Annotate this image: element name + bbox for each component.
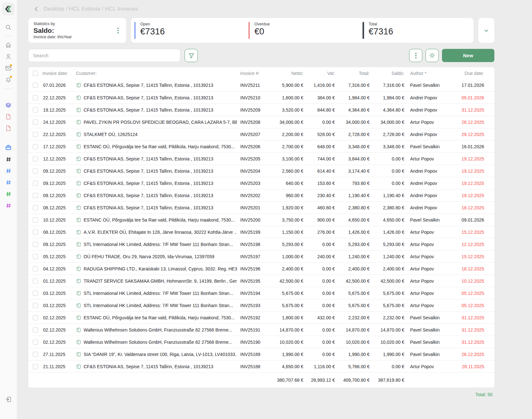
new-button[interactable]: New [442, 49, 494, 62]
row-checkbox[interactable] [33, 205, 38, 210]
table-row[interactable]: 02.12.2025 Wallenius Wilhelmsen Solution… [28, 336, 494, 348]
table-row[interactable]: 09.12.2025 CF&S ESTONIA AS, Sepise 7, 11… [28, 165, 494, 177]
table-row[interactable]: 19.12.2025 CF&S ESTONIA AS, Sepise 7, 11… [28, 104, 494, 116]
customer-cell[interactable]: Wallenius Wilhelmsen Solutions GmbH, Fra… [76, 340, 237, 345]
table-row[interactable]: 03.12.2025 STL International HK Limited,… [28, 287, 494, 299]
table-row[interactable]: 07.01.2026 CF&S ESTONIA AS, Sepise 7, 11… [28, 79, 494, 91]
row-checkbox[interactable] [33, 340, 38, 345]
logout-icon[interactable] [3, 395, 14, 404]
row-checkbox[interactable] [33, 266, 38, 271]
header-total[interactable]: Total: [335, 71, 370, 76]
table-row[interactable]: 10.12.2025 ESTANC OÜ, Põrguvälja tee 5a … [28, 214, 494, 226]
customer-link-icon[interactable] [76, 303, 81, 308]
customer-link-icon[interactable] [76, 230, 81, 235]
customer-link-icon[interactable] [76, 181, 81, 186]
customer-link-icon[interactable] [76, 156, 81, 161]
customer-link-icon[interactable] [76, 291, 81, 296]
customer-link-icon[interactable] [76, 242, 81, 247]
table-row[interactable]: 03.12.2025 STL International HK Limited,… [28, 299, 494, 311]
customer-cell[interactable]: CF&S ESTONIA AS, Sepise 7, 11415 Tallinn… [76, 156, 237, 161]
table-row[interactable]: 12.12.2025 CF&S ESTONIA AS, Sepise 7, 11… [28, 152, 494, 165]
customer-link-icon[interactable] [76, 340, 81, 345]
header-invoice-date[interactable]: Invoice date: [42, 71, 76, 76]
customer-link-icon[interactable] [76, 169, 81, 174]
statistics-menu-button[interactable] [115, 22, 122, 40]
row-checkbox[interactable] [33, 364, 38, 369]
customer-link-icon[interactable] [76, 278, 81, 284]
customer-link-icon[interactable] [76, 254, 81, 259]
customer-link-icon[interactable] [76, 266, 81, 271]
stats-collapse-button[interactable] [478, 18, 494, 43]
header-customer[interactable]: Customer: [76, 71, 237, 76]
customer-link-icon[interactable] [76, 352, 81, 357]
table-row[interactable]: 04.12.2025 RADUGA SHIPPING LTD., Karaisk… [28, 262, 494, 275]
customer-cell[interactable]: CF&S ESTONIA AS, Sepise 7, 11415 Tallinn… [76, 169, 237, 174]
app-logo[interactable] [2, 3, 15, 15]
customer-link-icon[interactable] [76, 193, 81, 198]
customer-cell[interactable]: TRANZIT SERVICE SAKSAMAA GMBH, HohmannSt… [76, 278, 237, 284]
table-row[interactable]: 02.12.2025 ESTANC OÜ, Põrguvälja tee 5a … [28, 311, 494, 323]
row-checkbox[interactable] [33, 303, 38, 308]
customer-cell[interactable]: CF&S ESTONIA AS, Sepise 7, 11415 Tallinn… [76, 181, 237, 186]
customer-link-icon[interactable] [76, 83, 81, 88]
home-icon[interactable] [3, 40, 14, 50]
document-icon[interactable] [3, 112, 14, 122]
row-checkbox[interactable] [33, 291, 38, 296]
customer-cell[interactable]: CF&S ESTONIA AS, Sepise 7, 11415 Tallinn… [76, 95, 237, 100]
customer-cell[interactable]: CF&S ESTONIA AS, Sepise 7, 11415 Tallinn… [76, 107, 237, 113]
header-invoice-number[interactable]: Invoice #: [237, 71, 268, 76]
statistics-by-card[interactable]: Statistics by Saldo: Invoice date: thisY… [28, 18, 126, 43]
header-vat[interactable]: Vat: [303, 71, 335, 76]
customer-cell[interactable]: STL International HK Limited, Address: 7… [76, 303, 237, 308]
table-row[interactable]: 22.12.2025 CF&S ESTONIA AS, Sepise 7, 11… [28, 91, 494, 104]
row-checkbox[interactable] [33, 156, 38, 161]
table-row[interactable]: 08.12.2025 CF&S ESTONIA AS, Sepise 7, 11… [28, 201, 494, 214]
table-row[interactable]: 09.12.2025 CF&S ESTONIA AS, Sepise 7, 11… [28, 189, 494, 201]
search-icon[interactable] [3, 23, 14, 32]
row-checkbox[interactable] [33, 352, 38, 357]
customer-link-icon[interactable] [76, 144, 81, 149]
row-checkbox[interactable] [33, 217, 38, 223]
contacts-icon[interactable] [3, 52, 14, 61]
customer-link-icon[interactable] [76, 107, 81, 113]
row-checkbox[interactable] [33, 254, 38, 259]
hash-icon[interactable] [3, 178, 14, 187]
more-actions-button[interactable] [409, 49, 422, 62]
row-checkbox[interactable] [33, 120, 38, 125]
row-checkbox[interactable] [33, 242, 38, 247]
row-checkbox[interactable] [33, 278, 38, 284]
customer-cell[interactable]: STL International HK Limited, Address: 7… [76, 291, 237, 296]
hash-icon[interactable] [3, 201, 14, 210]
customer-link-icon[interactable] [76, 327, 81, 332]
row-checkbox[interactable] [33, 193, 38, 198]
table-row[interactable]: 21.11.2025 CF&S ESTONIA AS, Sepise 7, 11… [28, 360, 494, 372]
table-row[interactable]: 02.12.2025 Wallenius Wilhelmsen Solution… [28, 323, 494, 336]
header-due-date[interactable]: Due date: [451, 71, 494, 76]
notifications-bell-icon[interactable] [3, 75, 14, 85]
search-input[interactable] [28, 49, 180, 62]
customer-link-icon[interactable] [76, 315, 81, 320]
customer-link-icon[interactable] [76, 120, 81, 125]
header-saldo[interactable]: Saldo: [370, 71, 404, 76]
mail-icon[interactable] [3, 63, 14, 73]
customer-cell[interactable]: CF&S ESTONIA AS, Sepise 7, 11415 Tallinn… [76, 193, 237, 198]
header-author[interactable]: Author * [404, 71, 451, 76]
customer-link-icon[interactable] [76, 132, 81, 137]
customer-link-icon[interactable] [76, 364, 81, 369]
customer-cell[interactable]: PAVEL ZYKIN PR POSLOVI SPEDICIJE BEOGRAD… [76, 120, 237, 125]
row-checkbox[interactable] [33, 107, 38, 113]
row-checkbox[interactable] [33, 230, 38, 235]
filter-button[interactable] [185, 49, 198, 62]
table-row[interactable]: 09.12.2025 STL International HK Limited,… [28, 238, 494, 250]
customer-cell[interactable]: Wallenius Wilhelmsen Solutions GmbH, Fra… [76, 327, 237, 332]
table-row[interactable]: 05.12.2025 OÜ FEHU TRADE, Oru 29, Narva … [28, 250, 494, 262]
breadcrumb[interactable]: Desktop / HCL Estonia / HCL Invoices [44, 6, 138, 12]
row-checkbox[interactable] [33, 95, 38, 100]
customer-cell[interactable]: A.V.R. ELEKTER OÜ, Ehitajate tn 128, Jär… [76, 230, 237, 235]
customer-cell[interactable]: RADUGA SHIPPING LTD., Karaiskaki 13, Lim… [76, 266, 237, 271]
hash-icon[interactable] [3, 166, 14, 176]
customer-link-icon[interactable] [76, 217, 81, 223]
table-row[interactable]: 24.12.2025 PAVEL ZYKIN PR POSLOVI SPEDIC… [28, 116, 494, 128]
customer-cell[interactable]: CF&S ESTONIA AS, Sepise 7, 11415 Tallinn… [76, 83, 237, 88]
briefcase-icon[interactable] [3, 143, 14, 152]
